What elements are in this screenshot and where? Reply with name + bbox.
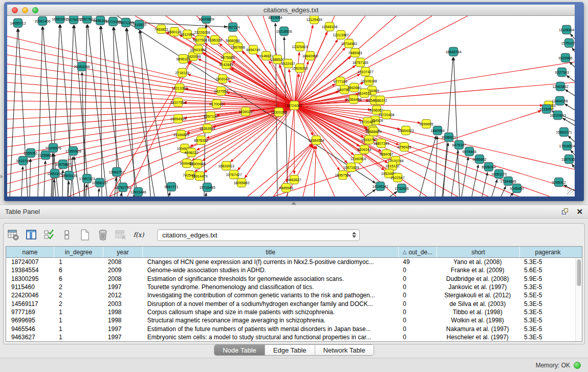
table-row[interactable]: 946554611997Estimation of the future num… [6, 324, 575, 333]
float-panel-icon[interactable] [562, 208, 569, 215]
select-columns-icon[interactable] [25, 228, 38, 242]
table-row[interactable]: 977716911998Corpus callosum shape and si… [6, 308, 575, 316]
graph-node[interactable]: 8878332 [194, 136, 208, 145]
graph-node[interactable]: 17359928 [65, 147, 81, 156]
memory-status-indicator [574, 362, 581, 369]
graph-node[interactable]: 18757165 [352, 58, 368, 67]
graph-node[interactable]: 8454749 [246, 46, 260, 54]
new-table-icon[interactable] [78, 228, 92, 242]
graph-node[interactable]: 8528244 [482, 163, 495, 171]
table-row[interactable]: 1872400712008Changes of HCN gene express… [6, 258, 575, 266]
graph-node[interactable]: 16353594 [199, 124, 215, 133]
graph-node[interactable]: 15527607 [79, 16, 95, 24]
table-row[interactable]: 1938455462009Genome-wide association stu… [6, 266, 575, 274]
table-row[interactable]: 969969511998Structural magnetic resonanc… [6, 316, 575, 324]
function-builder-icon[interactable]: f(x) [132, 228, 145, 242]
graph-node[interactable]: 16816013 [218, 162, 234, 170]
graph-node[interactable]: 20091406 [34, 17, 50, 26]
column-header-title[interactable]: title [142, 247, 398, 257]
graph-node[interactable]: 9699695 [419, 120, 433, 128]
row-selection-icon[interactable] [42, 228, 56, 242]
table-settings-icon[interactable] [7, 228, 20, 242]
network-canvas[interactable]: 1872400727181291221338918107554196549351… [7, 16, 575, 196]
graph-node[interactable]: 10734983 [341, 39, 357, 48]
graph-node[interactable]: 9065662 [472, 155, 486, 164]
graph-node[interactable]: 19654923 [398, 126, 413, 135]
graph-node[interactable]: 2803144 [215, 75, 229, 83]
graph-node[interactable]: 14196141 [372, 182, 388, 191]
column-header-year[interactable]: year [103, 247, 142, 257]
table-row[interactable]: 2242004622012Investigating the contribut… [6, 291, 575, 299]
graph-node-label: 1733426 [395, 187, 408, 190]
column-header-pagerank[interactable]: pagerank [519, 247, 576, 257]
graph-node[interactable]: 9329966 [558, 54, 572, 62]
column-header-short[interactable]: short [437, 247, 519, 257]
graph-node[interactable]: 7485083 [348, 49, 362, 57]
table-row[interactable]: 946362711997Embryonic stem cells: a mode… [6, 333, 575, 341]
graph-node[interactable]: 16648784 [445, 48, 461, 56]
delete-icon[interactable] [96, 228, 110, 242]
graph-node[interactable]: 7515520 [132, 20, 146, 29]
zoom-window-button[interactable] [32, 7, 38, 13]
graph-node[interactable]: 1733426 [395, 184, 408, 193]
graph-node[interactable]: 12213389 [171, 84, 187, 93]
graph-node[interactable]: 2718129 [175, 69, 189, 77]
minimize-window-button[interactable] [22, 7, 28, 13]
graph-node-label: 12213987 [333, 33, 349, 37]
graph-node[interactable]: 11548108 [322, 23, 338, 31]
graph-node[interactable]: 15692071 [556, 128, 572, 137]
table-selector-dropdown[interactable]: citations_edges.txt [157, 229, 360, 241]
graph-node[interactable]: 9227343 [555, 68, 569, 77]
graph-node[interactable]: 19218506 [276, 27, 292, 36]
graph-node[interactable]: 16210643 [550, 111, 565, 120]
splitter-collapse-arrow[interactable] [1, 174, 3, 179]
graph-node[interactable]: 16106148 [361, 77, 377, 85]
close-window-button[interactable] [12, 7, 18, 13]
graph-node[interactable]: 20053346 [74, 62, 90, 71]
vertical-scrollbar[interactable] [575, 258, 582, 341]
column-header-name[interactable]: name [6, 247, 54, 257]
graph-node[interactable]: 1840954 [430, 126, 444, 135]
graph-node[interactable]: 9463627 [287, 176, 301, 184]
graph-node-label: 1355051 [24, 151, 37, 155]
table-row[interactable]: 911546021997Tourette syndrome. Phenomeno… [6, 283, 575, 291]
graph-node[interactable]: 9474448 [462, 147, 476, 156]
graph-node[interactable]: 18640960 [302, 52, 318, 60]
graph-node[interactable]: 12125439 [306, 16, 322, 24]
graph-node[interactable]: 19384554 [308, 136, 324, 145]
graph-node[interactable]: 17016504 [559, 142, 575, 150]
graph-node[interactable]: 19654935 [170, 115, 186, 123]
graph-node[interactable]: 11675350 [561, 155, 575, 164]
graph-node[interactable]: 12213987 [333, 31, 349, 39]
column-mode-icon[interactable] [60, 228, 74, 242]
graph-node[interactable]: 12923446 [130, 188, 146, 196]
table-row[interactable]: 1456911722003Disruption of a novel membe… [6, 299, 575, 308]
scrollbar-thumb[interactable] [577, 259, 581, 286]
graph-node[interactable]: 9245012 [552, 178, 565, 187]
graph-node[interactable]: 10107427 [357, 68, 373, 76]
cell-title: Embryonic stem cells: a model to study s… [142, 334, 398, 341]
graph-node[interactable]: 9657771 [164, 183, 178, 191]
tab-node-table[interactable]: Node Table [214, 345, 265, 355]
graph-node[interactable]: 15751074 [561, 39, 575, 48]
graph-node[interactable]: 12093832 [552, 82, 568, 91]
graph-node[interactable]: 11128304 [559, 26, 574, 34]
graph-node[interactable]: 12325419 [292, 42, 308, 51]
graph-node[interactable]: 10767427 [226, 170, 242, 179]
graph-node[interactable]: 16033809 [198, 16, 214, 24]
window-titlebar[interactable]: citations_edges.txt [7, 5, 575, 16]
close-panel-icon[interactable]: ✕ [576, 208, 583, 215]
table-row[interactable]: 1830029562008Estimation of significance … [6, 275, 575, 283]
graph-node[interactable]: 8186328 [208, 36, 222, 45]
graph-node[interactable]: 8938923 [442, 133, 455, 142]
graph-node[interactable]: 15716485 [199, 183, 215, 192]
resize-grip[interactable] [567, 189, 574, 195]
column-header-in_degree[interactable]: in_degree [54, 247, 103, 257]
graph-node[interactable]: 9756928 [397, 143, 411, 151]
tab-network-table[interactable]: Network Table [315, 345, 374, 355]
graph-node[interactable]: 18055892 [233, 179, 249, 187]
graph-node[interactable]: 8813054 [268, 16, 282, 22]
tab-edge-table[interactable]: Edge Table [265, 345, 315, 355]
column-header-out_de[interactable]: △out_de... [398, 247, 437, 257]
graph-node[interactable]: 14055712 [10, 19, 26, 28]
